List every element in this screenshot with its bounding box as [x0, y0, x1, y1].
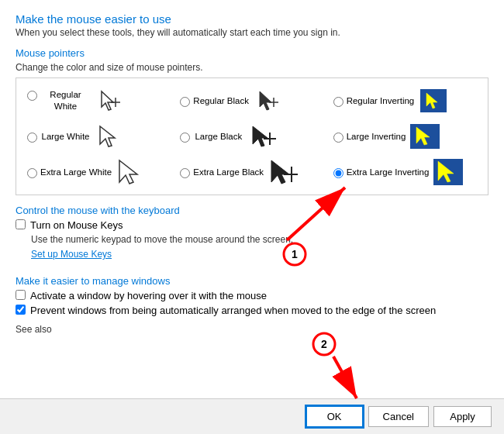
pointer-cell-extra-large-white: Extra Large White [22, 156, 175, 188]
svg-marker-0 [102, 91, 113, 110]
radio-extra-large-inverting-group: Extra Large Inverting [333, 167, 430, 178]
pointer-cell-regular-inverting: Regular Inverting [329, 84, 482, 117]
mouse-keys-checkbox[interactable] [16, 219, 26, 229]
manage-windows-title: Make it easier to manage windows [16, 275, 488, 287]
page-subtitle: When you select these tools, they will a… [16, 27, 488, 38]
pointer-cell-large-black: Large Black [175, 120, 328, 153]
svg-marker-7 [100, 126, 115, 146]
pointer-selection-box: RegularWhite Regular Black [16, 78, 488, 195]
pointer-cell-regular-white: RegularWhite [22, 84, 175, 117]
manage-windows-section: Make it easier to manage windows Activat… [16, 275, 488, 316]
radio-regular-black-group: Regular Black [180, 95, 249, 107]
label-extra-large-inverting[interactable]: Extra Large Inverting [347, 167, 430, 178]
prevent-arrange-label[interactable]: Prevent windows from being automatically… [30, 305, 436, 316]
hover-window-row: Activate a window by hovering over it wi… [16, 290, 488, 301]
hover-window-label[interactable]: Activate a window by hovering over it wi… [30, 290, 267, 301]
ok-button[interactable]: OK [306, 405, 364, 428]
pointer-grid: RegularWhite Regular Black [22, 84, 482, 188]
hover-window-checkbox[interactable] [16, 290, 26, 300]
main-window: Make the mouse easier to use When you se… [0, 0, 504, 434]
radio-large-inverting[interactable] [333, 133, 343, 143]
radio-large-white[interactable] [27, 133, 37, 143]
pointer-cell-extra-large-inverting: Extra Large Inverting [329, 156, 482, 188]
label-extra-large-black[interactable]: Extra Large Black [193, 167, 264, 178]
keyboard-section: Control the mouse with the keyboard Turn… [16, 205, 488, 267]
mouse-keys-row: Turn on Mouse Keys [16, 219, 488, 231]
icon-regular-black [254, 88, 283, 114]
radio-regular-black[interactable] [180, 97, 190, 107]
label-large-white[interactable]: Large White [40, 131, 91, 143]
radio-extra-large-black[interactable] [180, 168, 190, 178]
window-wrapper: Make the mouse easier to use When you se… [0, 0, 504, 434]
icon-large-black [248, 123, 278, 150]
label-large-black[interactable]: Large Black [193, 131, 243, 143]
footer: OK Cancel Apply [0, 398, 504, 434]
label-regular-white[interactable]: RegularWhite [40, 89, 91, 112]
icon-extra-large-black [268, 159, 298, 185]
keyboard-section-title: Control the mouse with the keyboard [16, 205, 488, 216]
icon-extra-large-white [116, 159, 146, 185]
prevent-arrange-row: Prevent windows from being automatically… [16, 305, 488, 316]
mouse-keys-desc: Use the numeric keypad to move the mouse… [31, 234, 488, 245]
svg-marker-13 [271, 160, 289, 184]
radio-extra-large-white-group: Extra Large White [27, 167, 112, 178]
content-area: Make the mouse easier to use When you se… [0, 0, 504, 398]
radio-regular-inverting[interactable] [333, 97, 343, 107]
label-extra-large-white[interactable]: Extra Large White [40, 167, 112, 178]
icon-extra-large-inverting [433, 159, 463, 185]
apply-button[interactable]: Apply [433, 406, 492, 427]
label-regular-inverting[interactable]: Regular Inverting [347, 95, 415, 107]
icon-regular-inverting [419, 88, 448, 114]
pointer-cell-large-inverting: Large Inverting [329, 120, 482, 153]
pointer-cell-extra-large-black: Extra Large Black [175, 156, 328, 188]
svg-marker-3 [260, 91, 271, 110]
icon-regular-white [95, 88, 125, 114]
radio-regular-inverting-group: Regular Inverting [333, 95, 415, 107]
label-regular-black[interactable]: Regular Black [193, 95, 249, 107]
svg-marker-11 [416, 127, 430, 145]
label-large-inverting[interactable]: Large Inverting [347, 131, 406, 143]
radio-regular-white-group: RegularWhite [27, 89, 91, 112]
svg-marker-8 [253, 126, 268, 146]
page-title: Make the mouse easier to use [16, 12, 488, 26]
radio-large-white-group: Large White [27, 131, 91, 143]
svg-marker-12 [119, 160, 137, 184]
radio-large-black[interactable] [180, 133, 190, 143]
icon-large-white [95, 123, 125, 150]
pointer-cell-large-white: Large White [22, 120, 175, 153]
radio-large-inverting-group: Large Inverting [333, 131, 406, 143]
pointer-cell-regular-black: Regular Black [175, 84, 328, 117]
radio-regular-white[interactable] [27, 91, 37, 101]
setup-mouse-keys-link[interactable]: Set up Mouse Keys [31, 249, 112, 260]
mouse-keys-label[interactable]: Turn on Mouse Keys [30, 219, 123, 231]
cancel-button[interactable]: Cancel [368, 406, 429, 427]
mouse-pointers-desc: Change the color and size of mouse point… [16, 62, 488, 73]
radio-extra-large-white[interactable] [27, 168, 37, 178]
prevent-arrange-checkbox[interactable] [16, 305, 26, 315]
radio-extra-large-black-group: Extra Large Black [180, 167, 264, 178]
mouse-pointers-section-title: Mouse pointers [16, 47, 488, 59]
icon-large-inverting [410, 123, 440, 150]
radio-extra-large-inverting[interactable] [333, 168, 343, 178]
svg-marker-6 [426, 93, 437, 108]
svg-marker-16 [438, 161, 454, 182]
radio-large-black-group: Large Black [180, 131, 243, 143]
see-also-label: See also [16, 324, 488, 335]
